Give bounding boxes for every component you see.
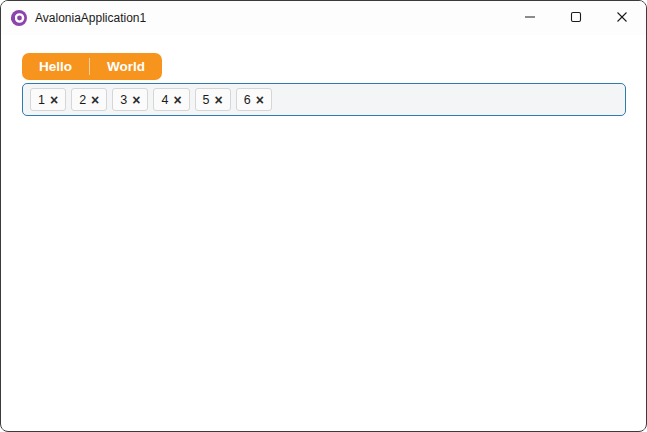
chip-remove-icon[interactable]: × <box>173 93 181 107</box>
minimize-icon <box>524 11 536 23</box>
chip-label: 4 <box>161 93 168 107</box>
close-button[interactable] <box>599 1 645 33</box>
minimize-button[interactable] <box>507 1 553 33</box>
chip-4: 4 × <box>153 88 189 111</box>
world-button[interactable]: World <box>90 53 162 80</box>
maximize-button[interactable] <box>553 1 599 33</box>
chip-label: 2 <box>79 93 86 107</box>
titlebar: AvaloniaApplication1 <box>1 1 646 35</box>
close-icon <box>616 11 628 23</box>
hello-button[interactable]: Hello <box>22 53 89 80</box>
chip-remove-icon[interactable]: × <box>132 93 140 107</box>
chip-2: 2 × <box>71 88 107 111</box>
chip-5: 5 × <box>195 88 231 111</box>
content-area <box>2 121 645 430</box>
app-window: AvaloniaApplication1 Hello <box>0 0 647 432</box>
maximize-icon <box>570 11 582 23</box>
window-title: AvaloniaApplication1 <box>35 11 146 25</box>
chip-label: 3 <box>120 93 127 107</box>
chip-6: 6 × <box>236 88 272 111</box>
chip-remove-icon[interactable]: × <box>215 93 223 107</box>
chip-3: 3 × <box>112 88 148 111</box>
tags-input[interactable]: 1 × 2 × 3 × 4 × 5 × 6 × <box>22 83 626 116</box>
chip-label: 1 <box>38 93 45 107</box>
chip-remove-icon[interactable]: × <box>256 93 264 107</box>
chip-label: 6 <box>244 93 251 107</box>
chip-remove-icon[interactable]: × <box>91 93 99 107</box>
hello-world-segmented-control: Hello World <box>22 53 162 80</box>
chip-label: 5 <box>203 93 210 107</box>
avalonia-logo-icon <box>11 10 27 26</box>
chip-1: 1 × <box>30 88 66 111</box>
chip-remove-icon[interactable]: × <box>50 93 58 107</box>
window-controls <box>507 1 645 33</box>
